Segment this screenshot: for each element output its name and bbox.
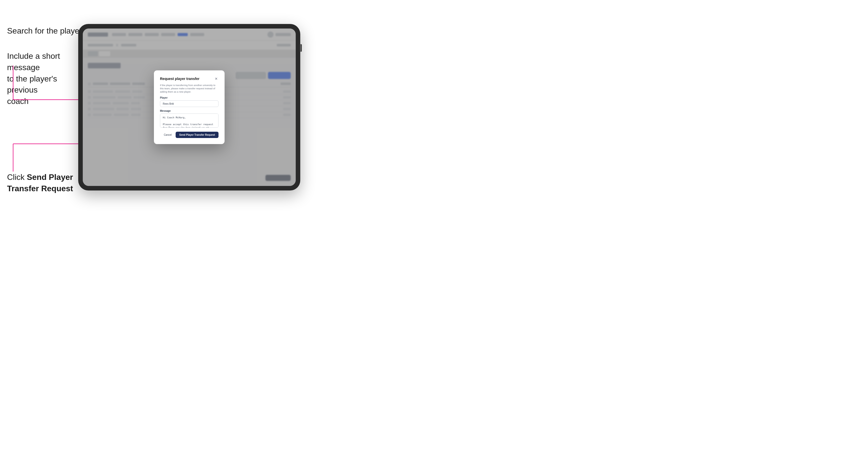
annotation-message: Include a short messageto the player's p…: [7, 51, 83, 107]
annotation-search: Search for the player.: [7, 25, 84, 37]
send-transfer-button[interactable]: Send Player Transfer Request: [176, 132, 218, 138]
tablet-screen: Request player transfer ✕ If the player …: [83, 29, 296, 186]
annotation-click: Click Send PlayerTransfer Request: [7, 172, 78, 194]
modal-dialog: Request player transfer ✕ If the player …: [154, 70, 224, 144]
modal-title: Request player transfer: [160, 77, 199, 81]
cancel-button[interactable]: Cancel: [162, 132, 174, 137]
modal-close-button[interactable]: ✕: [214, 76, 218, 81]
tablet-device: Request player transfer ✕ If the player …: [78, 24, 300, 190]
tablet-side-button: [301, 44, 302, 52]
modal-header: Request player transfer ✕: [160, 76, 218, 81]
modal-actions: Cancel Send Player Transfer Request: [160, 132, 218, 138]
player-input[interactable]: [160, 100, 218, 107]
modal-overlay: Request player transfer ✕ If the player …: [83, 29, 296, 186]
message-textarea[interactable]: Hi Coach McHarg, Please accept this tran…: [160, 114, 218, 128]
message-field-label: Message: [160, 110, 218, 112]
modal-description: If the player is transferring from anoth…: [160, 84, 218, 94]
player-field-label: Player: [160, 96, 218, 99]
